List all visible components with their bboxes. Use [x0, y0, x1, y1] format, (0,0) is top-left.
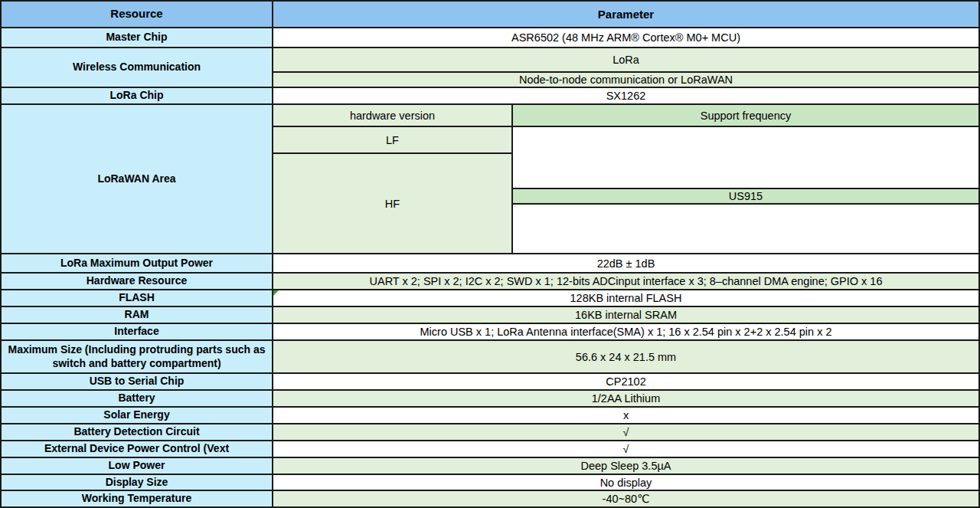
working-temperature-value: -40~80℃: [273, 491, 978, 506]
maximum-size-label: Maximum Size (Including protruding parts…: [2, 341, 273, 372]
row-wireless-communication: Wireless Communication LoRa Node-to-node…: [2, 48, 978, 88]
row-interface: Interface Micro USB x 1; LoRa Antenna in…: [2, 324, 978, 341]
row-display-size: Display Size No display: [2, 475, 978, 491]
hardware-version-header: hardware version: [273, 105, 511, 127]
battery-label: Battery: [2, 391, 273, 406]
interface-value: Micro USB x 1; LoRa Antenna interface(SM…: [273, 324, 978, 339]
solar-energy-label: Solar Energy: [2, 408, 273, 423]
master-chip-value: ASR6502 (48 MHz ARM® Cortex® M0+ MCU): [273, 28, 978, 47]
row-usb-to-serial-chip: USB to Serial Chip CP2102: [2, 374, 978, 391]
row-maximum-size: Maximum Size (Including protruding parts…: [2, 341, 978, 374]
ram-value: 16KB internal SRAM: [273, 307, 978, 323]
row-hardware-resource: Hardware Resource UART x 2; SPI x 2; I2C…: [2, 274, 978, 290]
hardware-resource-value: UART x 2; SPI x 2; I2C x 2; SWD x 1; 12-…: [273, 274, 978, 289]
lorawan-area-label: LoRaWAN Area: [2, 105, 273, 253]
battery-detection-circuit-value: √: [273, 424, 978, 440]
frequency-empty-cell-bottom: [513, 205, 978, 253]
wireless-value-node-to-node: Node-to-node communication or LoRaWAN: [273, 73, 978, 87]
row-master-chip: Master Chip ASR6502 (48 MHz ARM® Cortex®…: [2, 28, 978, 48]
display-size-label: Display Size: [2, 475, 273, 490]
frequency-empty-cell-top: [513, 127, 978, 189]
row-lora-max-output-power: LoRa Maximum Output Power 22dB ± 1dB: [2, 254, 978, 274]
maximum-size-value: 56.6 x 24 x 21.5 mm: [273, 341, 978, 372]
support-frequency-header: Support frequency: [513, 105, 978, 127]
row-lora-chip: LoRa Chip SX1262: [2, 88, 978, 105]
flash-label: FLASH: [2, 290, 273, 306]
ram-label: RAM: [2, 307, 273, 323]
row-solar-energy: Solar Energy x: [2, 408, 978, 424]
battery-detection-circuit-label: Battery Detection Circuit: [2, 424, 273, 440]
lora-chip-label: LoRa Chip: [2, 88, 273, 103]
hardware-resource-label: Hardware Resource: [2, 274, 273, 289]
working-temperature-label: Working Temperature: [2, 491, 273, 506]
row-battery-detection-circuit: Battery Detection Circuit √: [2, 424, 978, 441]
row-lorawan-area: LoRaWAN Area hardware version LF HF Supp…: [2, 105, 978, 254]
solar-energy-value: x: [273, 408, 978, 423]
low-power-label: Low Power: [2, 458, 273, 474]
table-header-row: Resource Parameter: [2, 2, 978, 28]
row-battery: Battery 1/2AA Lithium: [2, 391, 978, 408]
hardware-version-lf: LF: [273, 127, 511, 154]
usb-to-serial-chip-label: USB to Serial Chip: [2, 374, 273, 389]
frequency-us915: US915: [513, 189, 978, 205]
header-parameter: Parameter: [273, 2, 978, 27]
wireless-communication-label: Wireless Communication: [2, 48, 273, 87]
row-ram: RAM 16KB internal SRAM: [2, 307, 978, 324]
support-frequency-column: Support frequency US915: [513, 105, 978, 253]
cell-corner-flag-icon: [273, 290, 279, 296]
battery-value: 1/2AA Lithium: [273, 391, 978, 406]
external-device-power-control-value: √: [273, 441, 978, 457]
row-flash: FLASH 128KB internal FLASH: [2, 290, 978, 307]
row-external-device-power-control: External Device Power Control (Vext √: [2, 441, 978, 458]
display-size-value: No display: [273, 475, 978, 490]
usb-to-serial-chip-value: CP2102: [273, 374, 978, 389]
wireless-value-lora: LoRa: [273, 48, 978, 73]
hardware-version-hf: HF: [273, 154, 511, 253]
row-low-power: Low Power Deep Sleep 3.5µA: [2, 458, 978, 475]
lora-chip-value: SX1262: [273, 88, 978, 103]
low-power-value: Deep Sleep 3.5µA: [273, 458, 978, 474]
header-resource: Resource: [2, 2, 273, 27]
row-working-temperature: Working Temperature -40~80℃: [2, 491, 978, 506]
lora-max-output-power-value: 22dB ± 1dB: [273, 254, 978, 272]
lora-max-output-power-label: LoRa Maximum Output Power: [2, 254, 273, 272]
flash-value: 128KB internal FLASH: [273, 290, 978, 306]
flash-value-text: 128KB internal FLASH: [570, 292, 682, 304]
specification-table: Resource Parameter Master Chip ASR6502 (…: [0, 0, 980, 508]
external-device-power-control-label: External Device Power Control (Vext: [2, 441, 273, 457]
master-chip-label: Master Chip: [2, 28, 273, 47]
interface-label: Interface: [2, 324, 273, 339]
hardware-version-column: hardware version LF HF: [273, 105, 513, 253]
